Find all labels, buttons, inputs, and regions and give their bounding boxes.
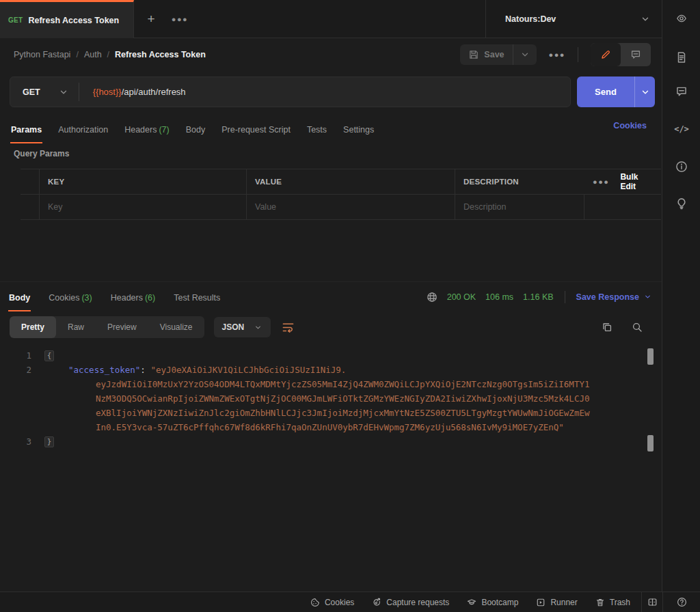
scrollbar-thumb[interactable]	[647, 435, 654, 451]
code-line: 1 {	[0, 348, 662, 363]
column-header-description: DESCRIPTION	[463, 178, 519, 186]
json-string-value: NzM3ODQ5OCwianRpIjoiZWNmZWExOTgtNjZjOC00…	[60, 391, 662, 406]
response-tab-test-results[interactable]: Test Results	[173, 285, 221, 311]
environment-quick-look-button[interactable]	[662, 8, 700, 29]
fold-toggle[interactable]: }	[44, 436, 55, 447]
json-string-value: eXBlIjoiYWNjZXNzIiwiZnJlc2giOmZhbHNlLCJj…	[60, 406, 662, 420]
json-string-value: "eyJ0eXAiOiJKV1QiLCJhbGciOiJSUzI1NiJ9.	[150, 365, 346, 375]
response-body-editor[interactable]: 1 { 2 "access_token": "eyJ0eXAiOiJKV1QiL…	[0, 343, 662, 592]
status-badge[interactable]: 200 OK	[447, 292, 476, 302]
line-number: 1	[0, 348, 38, 363]
line-number: 2	[0, 363, 38, 377]
response-header: Body Cookies(3) Headers(6) Test Results …	[0, 282, 662, 311]
response-size[interactable]: 1.16 KB	[523, 292, 553, 302]
description-input[interactable]: Description	[463, 202, 507, 212]
json-string-value: eyJzdWIiOiI0MzUxY2YzOS04ODM4LTQxMDMtYjcz…	[60, 377, 662, 391]
request-method-badge: GET	[8, 16, 23, 24]
tab-settings[interactable]: Settings	[342, 117, 375, 143]
view-visualize[interactable]: Visualize	[148, 316, 204, 338]
save-response-button[interactable]: Save Response	[576, 292, 652, 302]
environment-selector[interactable]: Natours:Dev	[485, 0, 662, 38]
response-actions	[602, 322, 662, 333]
documentation-button[interactable]	[662, 46, 700, 68]
response-tab-body[interactable]: Body	[8, 285, 31, 311]
eye-icon	[676, 13, 687, 24]
info-icon	[675, 161, 688, 173]
tab-headers[interactable]: Headers(7)	[124, 117, 170, 143]
search-icon[interactable]	[632, 322, 643, 333]
key-input[interactable]: Key	[48, 202, 63, 212]
view-pretty[interactable]: Pretty	[10, 316, 56, 338]
send-options-button[interactable]	[634, 76, 655, 107]
tab-tests[interactable]: Tests	[306, 117, 327, 143]
pull-requests-button[interactable]	[662, 193, 700, 214]
breadcrumb: Python Fastapi / Auth / Refresh Access T…	[0, 50, 206, 59]
tab-authorization[interactable]: Authorization	[57, 117, 109, 143]
table-header-row: KEY VALUE DESCRIPTION ●●● Bulk Edit	[21, 169, 661, 195]
comment-icon	[630, 49, 641, 60]
runner-button[interactable]: Runner	[536, 598, 577, 607]
edit-mode-button[interactable]	[591, 43, 621, 66]
help-button[interactable]	[663, 592, 700, 612]
main-panel: GET Refresh Access Token + ●●● Natours:D…	[0, 0, 662, 592]
comments-button[interactable]	[662, 81, 700, 102]
format-selector[interactable]: JSON	[214, 317, 271, 337]
copy-icon[interactable]	[602, 322, 612, 333]
trash-button[interactable]: Trash	[595, 598, 630, 607]
row-gutter	[21, 169, 39, 194]
breadcrumb-collection[interactable]: Python Fastapi	[14, 50, 70, 59]
json-key: "access_token"	[68, 365, 140, 375]
response-tab-cookies[interactable]: Cookies(3)	[48, 285, 92, 311]
tab-params[interactable]: Params	[10, 117, 42, 143]
capture-requests-button[interactable]: Capture requests	[372, 598, 449, 607]
tab-body[interactable]: Body	[185, 117, 206, 143]
url-path: /api/auth/refresh	[122, 87, 186, 97]
save-options-button[interactable]	[513, 44, 537, 65]
comment-icon	[675, 85, 688, 98]
graduation-cap-icon	[467, 598, 476, 607]
chevron-down-icon	[643, 292, 652, 301]
value-input[interactable]: Value	[255, 202, 276, 212]
code-line-wrapped: eXBlIjoiYWNjZXNzIiwiZnJlc2giOmZhbHNlLCJj…	[0, 406, 662, 420]
chevron-down-icon	[640, 14, 651, 25]
scrollbar-thumb[interactable]	[647, 348, 654, 365]
lightbulb-icon	[675, 197, 688, 210]
code-snippet-button[interactable]: </>	[662, 118, 700, 140]
request-config-tabs: Params Authorization Headers(7) Body Pre…	[0, 113, 662, 143]
url-input[interactable]: {{host}}/api/auth/refresh	[79, 87, 186, 97]
response-tab-headers[interactable]: Headers(6)	[110, 285, 157, 311]
more-actions-button[interactable]: ●●●	[549, 51, 565, 59]
fold-toggle[interactable]: {	[44, 350, 55, 361]
breadcrumb-folder[interactable]: Auth	[84, 50, 102, 59]
bootcamp-button[interactable]: Bootcamp	[467, 598, 518, 607]
open-request-tab[interactable]: GET Refresh Access Token	[0, 0, 134, 38]
table-row: Key Value Description	[21, 195, 661, 220]
new-tab-button[interactable]: +	[141, 9, 161, 29]
view-mode-group: Pretty Raw Preview Visualize	[10, 316, 204, 338]
info-button[interactable]	[662, 156, 700, 178]
view-preview[interactable]: Preview	[96, 316, 148, 338]
request-tabstrip: GET Refresh Access Token + ●●● Natours:D…	[0, 0, 662, 38]
method-selector[interactable]: GET	[10, 87, 79, 98]
format-value: JSON	[222, 322, 245, 332]
breadcrumb-separator: /	[76, 50, 78, 59]
wrap-text-icon[interactable]	[282, 321, 295, 334]
url-variable: {{host}}	[93, 87, 122, 97]
comment-mode-button[interactable]	[621, 43, 651, 66]
response-meta: 200 OK 106 ms 1.16 KB Save Response	[427, 282, 652, 311]
chevron-down-icon	[254, 323, 262, 332]
save-button[interactable]: Save	[460, 44, 512, 65]
table-more-button[interactable]: ●●●	[593, 178, 609, 186]
view-raw[interactable]: Raw	[56, 316, 96, 338]
two-pane-view-button[interactable]	[642, 592, 662, 612]
globe-icon	[427, 292, 438, 303]
tab-pre-request-script[interactable]: Pre-request Script	[221, 117, 291, 143]
response-time[interactable]: 106 ms	[485, 292, 513, 302]
bulk-edit-button[interactable]: Bulk Edit	[620, 172, 654, 191]
cookies-button[interactable]: Cookies	[310, 598, 354, 607]
send-button[interactable]: Send	[577, 76, 634, 107]
request-toolbar: Python Fastapi / Auth / Refresh Access T…	[0, 38, 662, 70]
tab-options-button[interactable]: ●●●	[170, 9, 190, 29]
cookies-link[interactable]: Cookies	[613, 121, 647, 130]
line-number: 3	[0, 434, 38, 449]
